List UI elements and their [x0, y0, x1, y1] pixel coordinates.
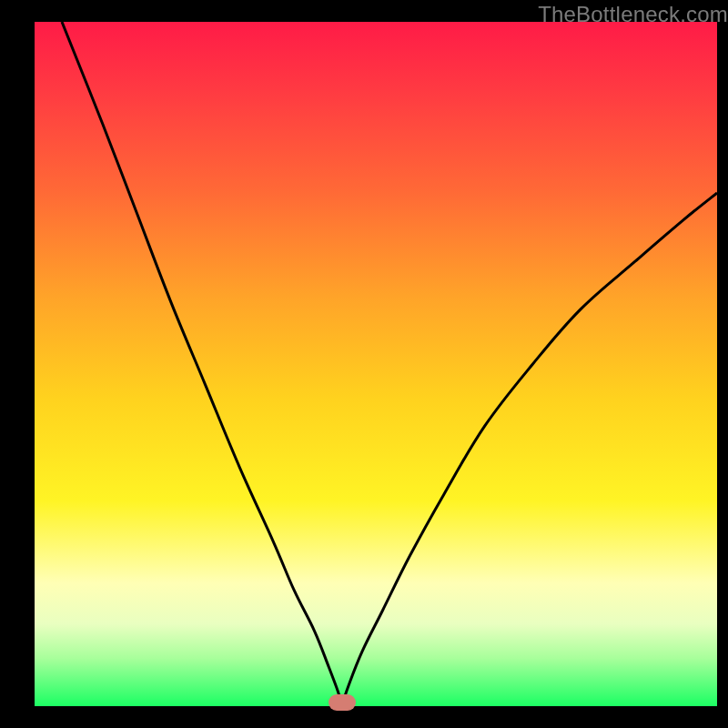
- curve-right-branch: [342, 193, 718, 706]
- branding-watermark: TheBottleneck.com: [538, 2, 728, 27]
- valley-marker: [329, 694, 356, 711]
- plot-area: [35, 22, 717, 706]
- curve-left-branch: [62, 22, 342, 706]
- bottleneck-curve: [35, 22, 717, 706]
- chart-frame: TheBottleneck.com: [0, 0, 728, 728]
